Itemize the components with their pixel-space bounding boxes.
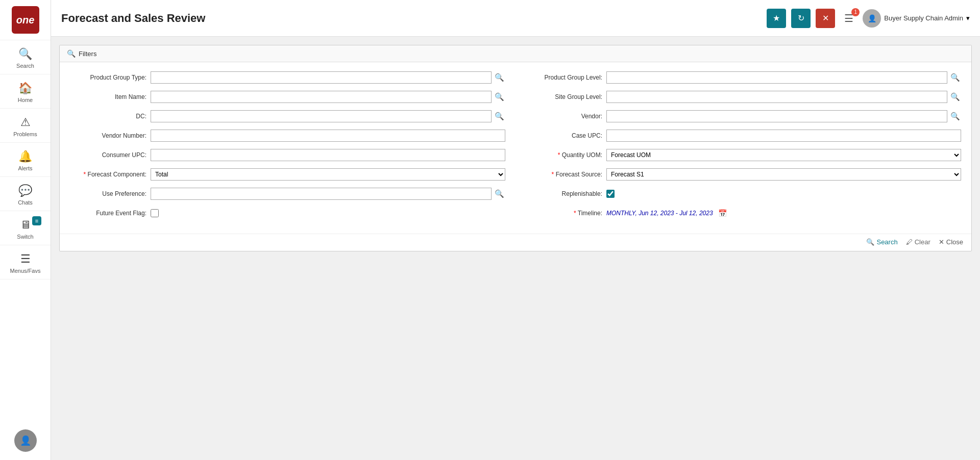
clear-button[interactable]: 🖊 Clear: [906, 238, 930, 246]
product-group-level-wrap: 🔍: [606, 71, 961, 84]
vendor-number-label: Vendor Number:: [70, 132, 146, 139]
vendor-number-input[interactable]: [151, 130, 505, 142]
filter-left-col: Product Group Type: 🔍 Item Name: �: [70, 70, 505, 225]
filter-row-dc: DC: 🔍: [70, 109, 505, 123]
filter-row-forecast-component: Forecast Component: Total Base Promo: [70, 167, 505, 182]
close-button[interactable]: ✕: [816, 9, 835, 28]
refresh-button[interactable]: ↻: [791, 9, 811, 28]
case-upc-input[interactable]: [606, 130, 961, 142]
search-icon: 🔍: [18, 47, 32, 61]
filter-row-use-preference: Use Preference: 🔍: [70, 187, 505, 201]
timeline-calendar-btn[interactable]: 📅: [718, 209, 727, 217]
sidebar-item-label-alerts: Alerts: [18, 165, 32, 171]
vendor-label: Vendor:: [526, 113, 602, 120]
quantity-uom-select[interactable]: Forecast UOM Each Case: [606, 149, 961, 161]
replenishable-checkbox[interactable]: [606, 190, 615, 198]
close-icon: ✕: [939, 238, 944, 246]
future-event-flag-checkbox[interactable]: [151, 209, 159, 217]
product-group-type-wrap: 🔍: [151, 71, 505, 84]
sidebar-item-label-menus-favs: Menus/Favs: [10, 268, 41, 274]
page-content: 🔍 Filters Product Group Type: 🔍: [51, 37, 980, 460]
item-name-input[interactable]: [151, 91, 492, 103]
product-group-type-label: Product Group Type:: [70, 74, 146, 81]
forecast-source-wrap: Forecast S1 Forecast S2: [606, 168, 961, 181]
filter-right-col: Product Group Level: 🔍 Site Group Level:: [526, 70, 961, 225]
dc-search-btn[interactable]: 🔍: [494, 112, 505, 121]
filter-row-case-upc: Case UPC:: [526, 129, 961, 143]
search-button[interactable]: 🔍 Search: [866, 238, 897, 246]
dc-input[interactable]: [151, 110, 492, 122]
filter-panel: 🔍 Filters Product Group Type: 🔍: [59, 45, 972, 251]
switch-badge: ≡: [32, 216, 41, 225]
site-group-level-input[interactable]: [606, 91, 947, 103]
filter-body: Product Group Type: 🔍 Item Name: �: [60, 62, 971, 234]
sidebar-item-switch[interactable]: 🖥 ≡ Switch: [0, 211, 51, 245]
filter-row-future-event-flag: Future Event Flag:: [70, 206, 505, 220]
forecast-component-label: Forecast Component:: [70, 171, 146, 178]
item-name-wrap: 🔍: [151, 91, 505, 103]
logo: one: [12, 6, 39, 34]
user-avatar: 👤: [863, 9, 881, 28]
close-filter-button[interactable]: ✕ Close: [939, 238, 963, 246]
product-group-type-search-btn[interactable]: 🔍: [494, 73, 505, 82]
menu-icon: ☰: [20, 252, 31, 266]
sidebar-item-menus-favs[interactable]: ☰ Menus/Favs: [0, 245, 51, 279]
use-preference-input[interactable]: [151, 188, 492, 200]
product-group-level-label: Product Group Level:: [526, 74, 602, 81]
filter-row-quantity-uom: Quantity UOM: Forecast UOM Each Case: [526, 148, 961, 162]
timeline-value: MONTHLY, Jun 12, 2023 - Jul 12, 2023: [606, 210, 713, 217]
search-icon-small: 🔍: [866, 238, 874, 246]
timeline-wrap: MONTHLY, Jun 12, 2023 - Jul 12, 2023 📅: [606, 209, 961, 217]
replenishable-wrap: [606, 190, 961, 198]
vendor-number-wrap: [151, 130, 505, 142]
consumer-upc-label: Consumer UPC:: [70, 151, 146, 159]
sidebar-item-label-switch: Switch: [17, 234, 33, 240]
user-dropdown[interactable]: 👤 Buyer Supply Chain Admin ▾: [863, 9, 970, 28]
forecast-component-wrap: Total Base Promo: [151, 168, 505, 181]
bell-icon: 🔔: [18, 150, 32, 163]
product-group-level-input[interactable]: [606, 71, 947, 84]
vendor-input[interactable]: [606, 110, 947, 122]
quantity-uom-label: Quantity UOM:: [526, 151, 602, 159]
case-upc-label: Case UPC:: [526, 132, 602, 139]
switch-icon: 🖥: [20, 218, 31, 232]
filter-grid: Product Group Type: 🔍 Item Name: �: [70, 70, 961, 225]
sidebar-item-home[interactable]: 🏠 Home: [0, 74, 51, 109]
future-event-flag-label: Future Event Flag:: [70, 210, 146, 217]
notification-count: 1: [851, 8, 860, 16]
filter-header-label: Filters: [79, 50, 96, 58]
site-group-level-search-btn[interactable]: 🔍: [949, 92, 961, 101]
search-label: Search: [876, 238, 897, 246]
dc-label: DC:: [70, 113, 146, 120]
sidebar-item-problems[interactable]: ⚠ Problems: [0, 109, 51, 143]
clear-label: Clear: [915, 238, 930, 246]
timeline-label: Timeline:: [526, 210, 602, 217]
consumer-upc-wrap: [151, 149, 505, 161]
sidebar-item-alerts[interactable]: 🔔 Alerts: [0, 143, 51, 177]
sidebar-item-label-home: Home: [18, 97, 33, 103]
close-label: Close: [946, 238, 963, 246]
use-preference-wrap: 🔍: [151, 188, 505, 200]
sidebar-item-chats[interactable]: 💬 Chats: [0, 177, 51, 211]
main-content: Forecast and Sales Review ★ ↻ ✕ ☰ 1 👤 Bu…: [51, 0, 980, 460]
product-group-type-input[interactable]: [151, 71, 492, 84]
notification-area[interactable]: ☰ 1: [840, 10, 857, 27]
clear-icon: 🖊: [906, 238, 913, 246]
vendor-wrap: 🔍: [606, 110, 961, 122]
quantity-uom-wrap: Forecast UOM Each Case: [606, 149, 961, 161]
vendor-search-btn[interactable]: 🔍: [949, 112, 961, 121]
consumer-upc-input[interactable]: [151, 149, 505, 161]
site-group-level-label: Site Group Level:: [526, 93, 602, 100]
forecast-component-select[interactable]: Total Base Promo: [151, 168, 505, 181]
sidebar-item-search[interactable]: 🔍 Search: [0, 40, 51, 74]
dc-wrap: 🔍: [151, 110, 505, 122]
replenishable-label: Replenishable:: [526, 190, 602, 197]
forecast-source-select[interactable]: Forecast S1 Forecast S2: [606, 168, 961, 181]
favorite-button[interactable]: ★: [767, 9, 786, 28]
use-preference-search-btn[interactable]: 🔍: [494, 189, 505, 198]
case-upc-wrap: [606, 130, 961, 142]
filter-search-icon: 🔍: [67, 49, 76, 58]
avatar[interactable]: 👤: [6, 421, 45, 460]
product-group-level-search-btn[interactable]: 🔍: [949, 73, 961, 82]
item-name-search-btn[interactable]: 🔍: [494, 92, 505, 101]
